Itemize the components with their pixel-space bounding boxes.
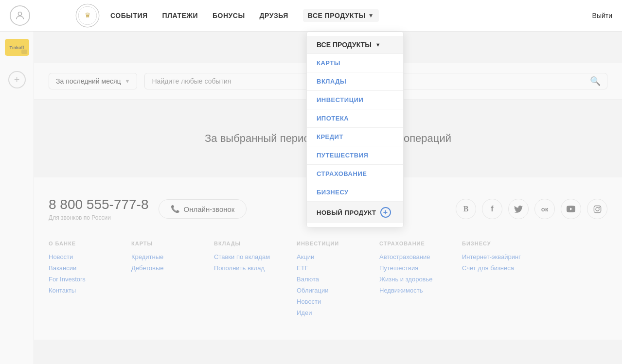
main-nav: СОБЫТИЯ ПЛАТЕЖИ БОНУСЫ ДРУЗЬЯ ВСЕ ПРОДУК…: [110, 9, 379, 22]
dropdown-item-investments[interactable]: ИНВЕСТИЦИИ: [307, 91, 403, 109]
nav-payments[interactable]: ПЛАТЕЖИ: [162, 12, 198, 19]
logout-button[interactable]: Выйти: [592, 12, 612, 19]
dropdown-item-credit[interactable]: КРЕДИТ: [307, 128, 403, 146]
chevron-down-icon: ▼: [368, 12, 374, 19]
header-right: Выйти: [592, 11, 612, 20]
dropdown-item-insurance[interactable]: СТРАХОВАНИЕ: [307, 165, 403, 183]
plus-circle-icon: +: [380, 207, 391, 218]
avatar[interactable]: [10, 5, 30, 26]
svg-text:♛: ♛: [84, 12, 90, 19]
dropdown-item-travel[interactable]: ПУТЕШЕСТВИЯ: [307, 146, 403, 165]
dropdown-item-mortgage[interactable]: ИПОТЕКА: [307, 109, 403, 128]
nav-friends[interactable]: ДРУЗЬЯ: [260, 12, 288, 19]
dropdown-new-product[interactable]: НОВЫЙ ПРОДУКТ +: [307, 202, 403, 223]
header: ♛ СОБЫТИЯ ПЛАТЕЖИ БОНУСЫ ДРУЗЬЯ ВСЕ ПРОД…: [0, 0, 622, 32]
chevron-down-icon: ▼: [375, 42, 381, 48]
dropdown-item-deposits[interactable]: ВКЛАДЫ: [307, 72, 403, 91]
all-products-button[interactable]: ВСЕ ПРОДУКТЫ ▼: [303, 9, 379, 22]
nav-events[interactable]: СОБЫТИЯ: [110, 12, 148, 19]
dropdown-item-business[interactable]: БИЗНЕСУ: [307, 183, 403, 202]
svg-point-0: [18, 12, 21, 16]
logo[interactable]: ♛: [74, 2, 101, 29]
all-products-dropdown: ВСЕ ПРОДУКТЫ ▼ КАРТЫ ВКЛАДЫ ИНВЕСТИЦИИ И…: [306, 32, 404, 227]
all-products-label: ВСЕ ПРОДУКТЫ: [308, 12, 366, 19]
dropdown-item-cards[interactable]: КАРТЫ: [307, 54, 403, 72]
dropdown-header: ВСЕ ПРОДУКТЫ ▼: [307, 36, 403, 54]
nav-bonuses[interactable]: БОНУСЫ: [213, 12, 245, 19]
